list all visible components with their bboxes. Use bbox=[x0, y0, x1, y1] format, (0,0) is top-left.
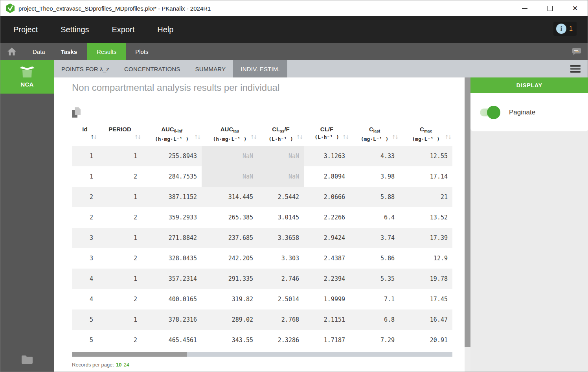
comment-icon bbox=[572, 48, 581, 55]
nav-results[interactable]: Results bbox=[87, 43, 126, 60]
table-cell: 359.2933 bbox=[142, 207, 202, 228]
table-cell: 400.0165 bbox=[142, 289, 202, 309]
column-units: (mg·L⁻¹ ) bbox=[412, 135, 439, 143]
sort-icons[interactable]: ↑↓ bbox=[391, 134, 398, 140]
home-button[interactable] bbox=[0, 43, 23, 60]
table-cell: 2.2394 bbox=[304, 269, 350, 289]
table-cell: 5 bbox=[72, 309, 98, 330]
sidebar-item-nca[interactable]: NCA bbox=[0, 60, 54, 94]
sort-desc-icon: ↓ bbox=[345, 134, 348, 140]
table-cell: 17.45 bbox=[399, 289, 452, 309]
column-header-cl-f[interactable]: CL/F(L·h⁻¹ )↑↓ bbox=[304, 122, 350, 146]
tab-summary[interactable]: SUMMARY bbox=[188, 60, 233, 77]
sort-icons[interactable]: ↑↓ bbox=[194, 134, 200, 140]
menu-bar: Project Settings Export Help i 1 bbox=[0, 16, 588, 43]
table-cell: 16.47 bbox=[399, 309, 452, 330]
table-row: 12284.7535NaNNaN2.80943.9817.14 bbox=[72, 166, 452, 187]
table-cell: 284.7535 bbox=[142, 166, 202, 187]
maximize-icon bbox=[548, 6, 553, 11]
table-cell: 5.88 bbox=[350, 187, 399, 207]
tab-points-for-lambda-z[interactable]: POINTS FOR λ_z bbox=[54, 60, 117, 77]
sort-icons[interactable]: ↑↓ bbox=[342, 134, 348, 140]
nav-data[interactable]: Data bbox=[26, 43, 51, 60]
table-row: 32328.0435242.2053.3032.43875.8612.9 bbox=[72, 248, 452, 269]
table-cell: 19.78 bbox=[399, 269, 452, 289]
vertical-scrollbar-thumb[interactable] bbox=[465, 77, 470, 347]
table-cell: 2.2266 bbox=[304, 207, 350, 228]
table-cell: 1 bbox=[98, 187, 142, 207]
records-per-page: Records per page:1024 bbox=[72, 362, 465, 368]
table-cell: 2.768 bbox=[258, 309, 304, 330]
horizontal-scrollbar-thumb[interactable] bbox=[72, 352, 187, 357]
table-cell: 3.98 bbox=[350, 166, 399, 187]
maximize-button[interactable] bbox=[537, 0, 562, 16]
table-cell: 2.9424 bbox=[304, 228, 350, 248]
table-cell: NaN bbox=[202, 166, 258, 187]
vertical-scrollbar[interactable] bbox=[465, 77, 470, 372]
sort-icons[interactable]: ↑↓ bbox=[445, 134, 451, 140]
comment-button[interactable] bbox=[572, 43, 581, 60]
column-header-clast[interactable]: Clast(mg·L⁻¹ )↑↓ bbox=[350, 122, 399, 146]
table-cell: 17.39 bbox=[399, 228, 452, 248]
window-title: project_Theo_extravasc_SDprofiles_MDprof… bbox=[18, 5, 211, 12]
notification-count: 1 bbox=[569, 25, 573, 32]
project-folder-button[interactable] bbox=[21, 354, 33, 366]
column-header-auc0inf[interactable]: AUC0-inf(h·mg·L⁻¹ )↑↓ bbox=[142, 122, 202, 146]
column-header-id[interactable]: id↑↓ bbox=[72, 122, 98, 146]
sort-asc-icon: ↑ bbox=[250, 134, 253, 140]
nav-tasks[interactable]: Tasks bbox=[55, 43, 83, 60]
sort-asc-icon: ↑ bbox=[296, 134, 299, 140]
menu-project[interactable]: Project bbox=[13, 25, 38, 34]
records-option-24[interactable]: 24 bbox=[123, 362, 129, 368]
column-units: (h·mg·L⁻¹ ) bbox=[155, 135, 189, 143]
sort-icons[interactable]: ↑↓ bbox=[296, 134, 302, 140]
close-icon: ✕ bbox=[572, 4, 578, 13]
table-cell: 1 bbox=[98, 309, 142, 330]
table-row: 11255.8943NaNNaN3.12634.3312.55 bbox=[72, 146, 452, 166]
copy-table-button[interactable] bbox=[72, 107, 81, 118]
table-cell: 1 bbox=[98, 269, 142, 289]
table-cell: 3.0145 bbox=[258, 207, 304, 228]
nav-plots[interactable]: Plots bbox=[129, 43, 154, 60]
table-cell: 2 bbox=[98, 166, 142, 187]
table-cell: 2 bbox=[98, 289, 142, 309]
column-label: AUC0-inf bbox=[155, 125, 189, 135]
records-option-10[interactable]: 10 bbox=[116, 362, 121, 368]
table-cell: 2.8094 bbox=[304, 166, 350, 187]
column-header-period[interactable]: PERIOD↑↓ bbox=[98, 122, 142, 146]
table-cell: 2.3286 bbox=[258, 330, 304, 350]
table-cell: 2.0666 bbox=[304, 187, 350, 207]
menu-toggle-button[interactable] bbox=[570, 65, 581, 73]
table-cell: 1.9999 bbox=[304, 289, 350, 309]
menu-export[interactable]: Export bbox=[112, 25, 135, 34]
table-row: 52465.4561343.552.32861.71877.2920.91 bbox=[72, 330, 452, 350]
home-icon bbox=[7, 48, 16, 55]
column-label: id bbox=[82, 125, 87, 133]
table-cell: 465.4561 bbox=[142, 330, 202, 350]
table-cell: 2.5442 bbox=[258, 187, 304, 207]
tab-concentrations[interactable]: CONCENTRATIONS bbox=[117, 60, 188, 77]
main-content: Non compartmental analysis results per i… bbox=[54, 77, 465, 372]
column-header-cmax[interactable]: Cmax(mg·L⁻¹ )↑↓ bbox=[399, 122, 452, 146]
column-header-auctau[interactable]: AUCtau(h·mg·L⁻¹ )↑↓ bbox=[202, 122, 258, 146]
table-cell: 1.7187 bbox=[304, 330, 350, 350]
sort-icons[interactable]: ↑↓ bbox=[250, 134, 256, 140]
table-cell: 4.33 bbox=[350, 146, 399, 166]
column-label: AUCtau bbox=[213, 125, 246, 135]
column-header-clss-f[interactable]: CLss/F(L·h⁻¹ )↑↓ bbox=[258, 122, 304, 146]
menu-help[interactable]: Help bbox=[157, 25, 173, 34]
paginate-toggle[interactable] bbox=[480, 109, 498, 116]
table-cell: 21 bbox=[399, 187, 452, 207]
menu-settings[interactable]: Settings bbox=[61, 25, 89, 34]
sort-desc-icon: ↓ bbox=[395, 134, 398, 140]
minimize-button[interactable] bbox=[512, 0, 537, 16]
info-button[interactable]: i 1 bbox=[553, 22, 577, 36]
sort-icons[interactable]: ↑↓ bbox=[90, 134, 96, 140]
table-row: 21387.1152314.4452.54422.06665.8821 bbox=[72, 187, 452, 207]
sort-asc-icon: ↑ bbox=[445, 134, 448, 140]
sort-icons[interactable]: ↑↓ bbox=[134, 134, 140, 140]
tab-indiv-estim[interactable]: INDIV. ESTIM. bbox=[233, 60, 287, 77]
results-tab-bar: POINTS FOR λ_z CONCENTRATIONS SUMMARY IN… bbox=[54, 60, 588, 77]
horizontal-scrollbar[interactable] bbox=[72, 352, 452, 357]
close-button[interactable]: ✕ bbox=[562, 0, 588, 16]
